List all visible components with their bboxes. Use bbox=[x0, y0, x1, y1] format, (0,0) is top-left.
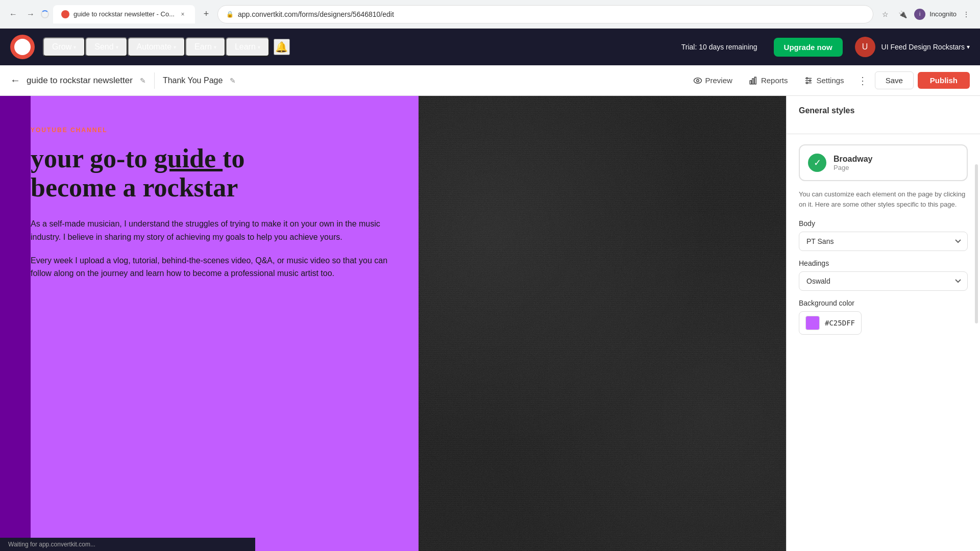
theme-check-icon: ✓ bbox=[808, 154, 826, 172]
incognito-avatar: i bbox=[914, 9, 925, 20]
panel-description: You can customize each element on the pa… bbox=[799, 189, 968, 209]
trial-text: Trial: 10 days remaining bbox=[681, 42, 757, 52]
address-bar[interactable]: 🔒 app.convertkit.com/forms/designers/564… bbox=[217, 5, 873, 23]
nav-learn[interactable]: Learn ▾ bbox=[226, 37, 270, 57]
publish-button[interactable]: Publish bbox=[918, 72, 970, 89]
theme-sub: Page bbox=[834, 164, 872, 171]
color-swatch bbox=[805, 316, 820, 330]
notifications-button[interactable]: 🔔 bbox=[274, 39, 290, 55]
theme-card[interactable]: ✓ Broadway Page bbox=[799, 144, 968, 181]
toolbar: ← guide to rockstar newsletter ✎ Thank Y… bbox=[0, 65, 980, 96]
edit-form-title-icon[interactable]: ✎ bbox=[140, 77, 146, 85]
user-menu-arrow[interactable]: ▾ bbox=[967, 43, 970, 51]
save-button[interactable]: Save bbox=[875, 71, 914, 89]
app-header: Grow ▾ Send ▾ Automate ▾ Earn ▾ Learn ▾ … bbox=[0, 29, 980, 65]
panel-general-styles: General styles bbox=[787, 96, 980, 134]
upgrade-button[interactable]: Upgrade now bbox=[774, 38, 843, 57]
right-panel: General styles ✓ Broadway Page You can c… bbox=[786, 96, 980, 551]
bookmark-button[interactable]: ☆ bbox=[877, 7, 893, 22]
incognito-label: Incognito bbox=[929, 10, 957, 18]
page-heading: your go-to guide tobecome a rockstar bbox=[31, 144, 393, 202]
reports-button[interactable]: Reports bbox=[743, 72, 794, 89]
svg-rect-4 bbox=[754, 77, 756, 84]
theme-info: Broadway Page bbox=[834, 155, 872, 171]
nav-earn[interactable]: Earn ▾ bbox=[185, 37, 226, 57]
user-name-label: UI Feed Design Rockstars bbox=[881, 43, 965, 51]
browser-controls: ← → bbox=[6, 7, 49, 21]
url-text: app.convertkit.com/forms/designers/56468… bbox=[238, 10, 394, 18]
nav-send[interactable]: Send ▾ bbox=[85, 37, 127, 57]
svg-point-1 bbox=[696, 79, 699, 82]
body-text-2: Every week I upload a vlog, tutorial, be… bbox=[31, 254, 393, 280]
heading-link[interactable]: guide bbox=[154, 144, 223, 173]
nav-grow[interactable]: Grow ▾ bbox=[43, 37, 85, 57]
panel-title: General styles bbox=[799, 106, 968, 115]
back-to-forms-button[interactable]: ← bbox=[10, 74, 20, 86]
bg-color-picker[interactable]: #C25DFF bbox=[799, 311, 862, 335]
color-hex-value: #C25DFF bbox=[825, 319, 855, 327]
page-canvas: YOUTUBE CHANNEL your go-to guide tobecom… bbox=[0, 96, 786, 551]
grow-chevron: ▾ bbox=[74, 44, 76, 50]
settings-icon bbox=[804, 76, 813, 85]
page-label: Thank You Page bbox=[163, 76, 223, 85]
body-text-1: As a self-made musician, I understand th… bbox=[31, 217, 393, 243]
content-inner: YOUTUBE CHANNEL your go-to guide tobecom… bbox=[26, 127, 393, 280]
app-logo-inner bbox=[14, 39, 31, 55]
send-chevron: ▾ bbox=[116, 44, 118, 50]
app-logo bbox=[10, 35, 35, 59]
heading-part1: your go-to bbox=[31, 144, 154, 173]
toolbar-divider bbox=[154, 72, 155, 89]
tab-title: guide to rockstar newsletter - Co... bbox=[74, 10, 175, 18]
page-right bbox=[419, 96, 786, 551]
panel-theme-section: ✓ Broadway Page You can customize each e… bbox=[787, 134, 980, 345]
canvas-area[interactable]: YOUTUBE CHANNEL your go-to guide tobecom… bbox=[0, 96, 786, 551]
reports-icon bbox=[749, 76, 758, 85]
main-content: YOUTUBE CHANNEL your go-to guide tobecom… bbox=[0, 96, 980, 551]
svg-point-8 bbox=[806, 78, 808, 79]
earn-chevron: ▾ bbox=[214, 44, 216, 50]
loading-indicator bbox=[41, 10, 49, 18]
youtube-label: YOUTUBE CHANNEL bbox=[31, 127, 393, 134]
settings-button[interactable]: Settings bbox=[798, 72, 850, 89]
headings-font-label: Headings bbox=[799, 259, 968, 267]
headings-font-select[interactable]: Oswald bbox=[799, 271, 968, 291]
learn-chevron: ▾ bbox=[258, 44, 260, 50]
svg-rect-11 bbox=[419, 96, 786, 551]
automate-chevron: ▾ bbox=[174, 44, 176, 50]
forward-button[interactable]: → bbox=[23, 7, 38, 21]
nav-automate[interactable]: Automate ▾ bbox=[128, 37, 185, 57]
texture-svg bbox=[419, 96, 786, 551]
browser-actions: ☆ 🔌 i Incognito ⋮ bbox=[877, 7, 974, 22]
extension-button[interactable]: 🔌 bbox=[895, 7, 910, 22]
theme-name: Broadway bbox=[834, 155, 872, 164]
tab-close-button[interactable]: × bbox=[179, 10, 187, 18]
user-avatar: U bbox=[855, 37, 875, 57]
more-options-button[interactable]: ⋮ bbox=[959, 7, 974, 22]
more-actions-button[interactable]: ⋮ bbox=[854, 72, 871, 89]
bg-color-label: Background color bbox=[799, 299, 968, 307]
user-avatar-initial: U bbox=[862, 42, 868, 52]
scrollbar-track[interactable] bbox=[975, 164, 978, 323]
back-button[interactable]: ← bbox=[6, 7, 20, 21]
body-font-select[interactable]: PT Sans bbox=[799, 232, 968, 251]
status-bar: Waiting for app.convertkit.com... bbox=[0, 538, 255, 551]
status-text: Waiting for app.convertkit.com... bbox=[8, 541, 95, 548]
eye-icon bbox=[693, 76, 702, 85]
tab-favicon bbox=[61, 10, 69, 18]
body-font-label: Body bbox=[799, 219, 968, 228]
svg-point-9 bbox=[810, 80, 811, 81]
svg-point-0 bbox=[694, 78, 701, 83]
svg-rect-3 bbox=[752, 79, 754, 84]
new-tab-button[interactable]: + bbox=[199, 7, 213, 21]
browser-chrome: ← → guide to rockstar newsletter - Co...… bbox=[0, 0, 980, 29]
form-title: guide to rockstar newsletter bbox=[27, 76, 133, 86]
browser-tab[interactable]: guide to rockstar newsletter - Co... × bbox=[53, 5, 195, 23]
page-left[interactable]: YOUTUBE CHANNEL your go-to guide tobecom… bbox=[0, 96, 419, 551]
edit-page-label-icon[interactable]: ✎ bbox=[230, 77, 236, 85]
svg-rect-2 bbox=[750, 81, 751, 84]
preview-button[interactable]: Preview bbox=[687, 72, 739, 89]
profile-button[interactable]: i bbox=[912, 7, 927, 22]
svg-point-10 bbox=[806, 82, 808, 84]
lock-icon: 🔒 bbox=[226, 11, 234, 18]
